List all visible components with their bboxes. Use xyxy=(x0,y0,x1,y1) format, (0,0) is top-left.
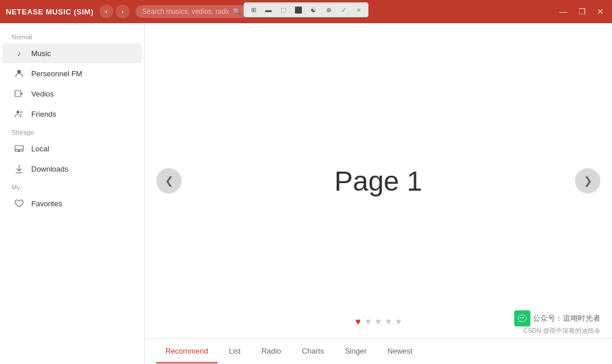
carousel-prev-button[interactable]: ❮ xyxy=(156,168,182,194)
svg-point-11 xyxy=(522,317,523,318)
toolbar-icon-2[interactable]: ▬ xyxy=(263,4,274,16)
sidebar: Normal ♪ Music Perseonnel FM Vedios xyxy=(0,23,145,364)
restore-button[interactable]: ❐ xyxy=(576,6,588,17)
favorites-icon xyxy=(14,198,24,209)
close-button[interactable]: ✕ xyxy=(595,6,606,17)
tab-list[interactable]: List xyxy=(220,340,250,363)
sidebar-item-vedios-label: Vedios xyxy=(31,90,54,98)
sidebar-item-favorites-label: Favorites xyxy=(31,199,62,208)
section-my-label: My xyxy=(0,179,144,193)
window-controls: — ❐ ✕ xyxy=(558,6,606,17)
tab-newest[interactable]: Newest xyxy=(378,340,422,363)
toolbar-icons: ⊞ ▬ ⬚ ⬛ ☯ ⊕ ✓ ✕ xyxy=(244,2,368,17)
carousel-dot-2[interactable]: ♥ xyxy=(366,317,371,327)
sidebar-item-perseonnel-fm[interactable]: Perseonnel FM xyxy=(2,64,142,83)
sidebar-item-favorites[interactable]: Favorites xyxy=(2,194,142,213)
svg-point-10 xyxy=(520,317,521,318)
friends-icon xyxy=(14,109,24,119)
title-bar: NETEASE MUSIC (SIM) ‹ › 🔍 ⊞ ▬ ⬚ ⬛ ☯ ⊕ ✓ … xyxy=(0,0,612,23)
toolbar-icon-close[interactable]: ✕ xyxy=(353,4,364,16)
music-icon: ♪ xyxy=(14,48,24,58)
search-input[interactable] xyxy=(142,8,229,16)
sidebar-item-vedios[interactable]: Vedios xyxy=(2,84,142,103)
svg-point-4 xyxy=(20,111,23,113)
toolbar-icon-6[interactable]: ⊕ xyxy=(323,4,334,16)
app-title: NETEASE MUSIC (SIM) xyxy=(6,8,94,16)
section-normal-label: Normal xyxy=(0,29,144,43)
sidebar-item-local[interactable]: Local xyxy=(2,139,142,158)
watermark: 公众号：追翊时光者 CSDN @雨中深巷的油纸伞 xyxy=(514,310,600,335)
svg-point-0 xyxy=(17,70,21,73)
toolbar-icon-check[interactable]: ✓ xyxy=(338,4,349,16)
toolbar-icon-1[interactable]: ⊞ xyxy=(248,4,259,16)
nav-arrows: ‹ › xyxy=(99,5,130,18)
sidebar-item-downloads[interactable]: Downloads xyxy=(2,159,142,179)
minimize-button[interactable]: — xyxy=(558,6,569,17)
local-icon xyxy=(14,143,24,154)
main-layout: Normal ♪ Music Perseonnel FM Vedios xyxy=(0,23,612,364)
sidebar-item-local-label: Local xyxy=(31,144,49,153)
sidebar-item-downloads-label: Downloads xyxy=(31,165,68,173)
nav-forward-button[interactable]: › xyxy=(116,5,130,18)
video-icon xyxy=(14,88,24,99)
svg-point-7 xyxy=(19,150,20,151)
tab-recommend[interactable]: Recommend xyxy=(156,340,217,363)
carousel-next-button[interactable]: ❯ xyxy=(575,168,600,194)
sidebar-item-friends-label: Friends xyxy=(31,110,56,118)
tab-radio[interactable]: Radio xyxy=(252,340,290,363)
toolbar-icon-3[interactable]: ⬚ xyxy=(278,4,289,16)
nav-back-button[interactable]: ‹ xyxy=(99,5,113,18)
person-icon xyxy=(14,68,24,79)
sidebar-item-music[interactable]: ♪ Music xyxy=(2,43,142,63)
tab-charts[interactable]: Charts xyxy=(293,340,333,363)
carousel-dot-1[interactable]: ♥ xyxy=(355,317,361,327)
search-icon: 🔍 xyxy=(233,8,241,16)
carousel-area: ❮ Page 1 ❯ ♥ ♥ ♥ ♥ ♥ xyxy=(145,23,612,339)
sidebar-item-friends[interactable]: Friends xyxy=(2,104,142,124)
sidebar-item-music-label: Music xyxy=(31,49,51,58)
tab-singer[interactable]: Singer xyxy=(336,340,376,363)
search-bar[interactable]: 🔍 xyxy=(135,5,248,18)
download-icon xyxy=(14,164,24,174)
content-area: ❮ Page 1 ❯ ♥ ♥ ♥ ♥ ♥ Recommend List Radi… xyxy=(145,23,612,364)
section-storage-label: Storage xyxy=(0,124,144,138)
watermark-line1: 公众号：追翊时光者 xyxy=(514,310,600,326)
sidebar-item-perseonnel-fm-label: Perseonnel FM xyxy=(31,69,82,78)
tabs-bar: Recommend List Radio Charts Singer Newes… xyxy=(145,339,612,364)
toolbar-icon-4[interactable]: ⬛ xyxy=(293,4,304,16)
title-bar-left: NETEASE MUSIC (SIM) ‹ › 🔍 xyxy=(6,5,248,18)
svg-point-3 xyxy=(17,111,20,114)
wechat-icon xyxy=(514,310,530,326)
svg-rect-1 xyxy=(15,91,21,96)
watermark-csdn-text: CSDN @雨中深巷的油纸伞 xyxy=(523,326,600,335)
carousel-dot-5[interactable]: ♥ xyxy=(396,317,401,327)
carousel-dot-4[interactable]: ♥ xyxy=(386,317,392,327)
carousel-dots: ♥ ♥ ♥ ♥ ♥ xyxy=(355,317,401,327)
toolbar-icon-5[interactable]: ☯ xyxy=(308,4,319,16)
svg-marker-2 xyxy=(21,92,23,95)
carousel-title: Page 1 xyxy=(334,165,422,197)
watermark-wechat-text: 公众号：追翊时光者 xyxy=(533,313,600,324)
carousel-dot-3[interactable]: ♥ xyxy=(375,317,381,327)
